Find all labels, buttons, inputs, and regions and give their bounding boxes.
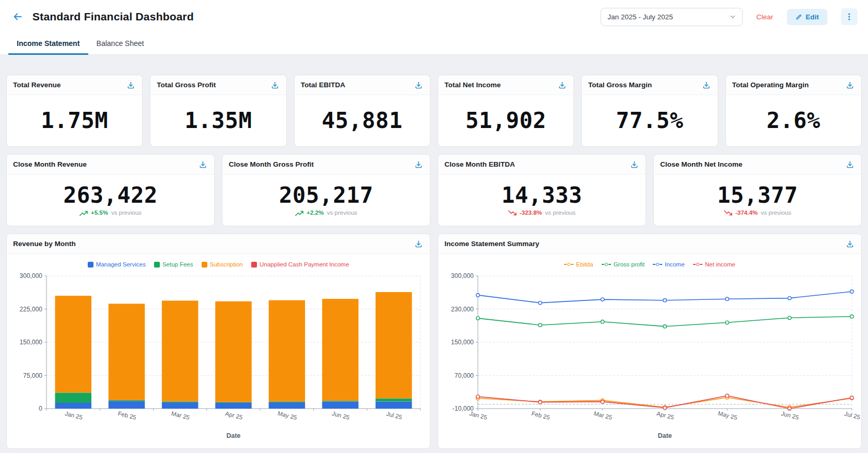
- kpi-title: Close Month Revenue: [13, 160, 87, 168]
- download-icon: [415, 240, 423, 248]
- kpi-title: Close Month Gross Profit: [229, 160, 314, 168]
- clear-button[interactable]: Clear: [756, 13, 773, 21]
- legend-item[interactable]: Gross profit: [602, 261, 644, 268]
- tab-income-statement[interactable]: Income Statement: [8, 33, 88, 54]
- kpi-delta-row: +5.5% vs previous: [79, 210, 142, 216]
- legend-item[interactable]: Ebitda: [564, 261, 593, 268]
- download-button[interactable]: [701, 80, 711, 90]
- dashboard-body: Total Revenue 1.75M Total Gross Profit 1…: [0, 55, 868, 453]
- download-button[interactable]: [557, 80, 567, 90]
- download-icon: [127, 81, 135, 89]
- date-range-select[interactable]: Jan 2025 - July 2025: [601, 8, 743, 26]
- edit-button-label: Edit: [806, 13, 819, 21]
- delta-note: vs previous: [327, 210, 357, 216]
- kpi-title: Total Revenue: [13, 81, 61, 89]
- back-button[interactable]: [10, 9, 25, 24]
- kpi-value: 2.6%: [767, 110, 820, 132]
- delta-value: +2.2%: [307, 210, 324, 216]
- kpi-card-total-net-income: Total Net Income 51,902: [438, 75, 574, 147]
- download-icon: [271, 81, 279, 89]
- page-title: Standard Financial Dashboard: [32, 10, 194, 23]
- legend-label: Income: [665, 261, 685, 268]
- kpi-card-total-operating-margin: Total Operating Margin 2.6%: [725, 75, 862, 147]
- svg-text:150,000: 150,000: [20, 339, 43, 346]
- chart-legend: EbitdaGross profitIncomeNet income: [440, 256, 859, 270]
- header: Standard Financial Dashboard Jan 2025 - …: [0, 0, 868, 33]
- kpi-value: 15,377: [717, 184, 798, 206]
- download-button[interactable]: [414, 80, 424, 90]
- download-button[interactable]: [845, 80, 855, 90]
- legend-label: Ebitda: [576, 261, 593, 268]
- download-icon: [630, 160, 638, 168]
- svg-text:Jan 25: Jan 25: [469, 410, 488, 421]
- tab-balance-sheet[interactable]: Balance Sheet: [88, 33, 153, 54]
- chart-plot: -10,00070,000150,000230,000300,000Jan 25…: [440, 270, 862, 442]
- download-icon: [558, 81, 566, 89]
- legend-label: Net income: [705, 261, 735, 268]
- download-button[interactable]: [126, 80, 136, 90]
- svg-text:Feb 25: Feb 25: [118, 410, 137, 421]
- download-button[interactable]: [845, 159, 855, 169]
- download-button[interactable]: [414, 239, 424, 249]
- edit-button[interactable]: Edit: [787, 9, 828, 25]
- more-menu-button[interactable]: [841, 8, 858, 25]
- svg-text:Jun 25: Jun 25: [331, 410, 350, 421]
- kpi-title: Close Month Net Income: [660, 160, 743, 168]
- legend-label: Managed Services: [96, 261, 146, 268]
- legend-swatch: [251, 262, 257, 268]
- legend-swatch: [154, 262, 160, 268]
- legend-item[interactable]: Unapplied Cash Payment Income: [251, 261, 349, 268]
- date-range-value: Jan 2025 - July 2025: [607, 13, 673, 21]
- download-button[interactable]: [845, 239, 855, 249]
- kpi-title: Total Gross Profit: [157, 81, 216, 89]
- delta-note: vs previous: [545, 210, 576, 216]
- legend-swatch: [693, 263, 702, 266]
- legend-item[interactable]: Subscription: [202, 261, 243, 268]
- kpi-card-total-revenue: Total Revenue 1.75M: [6, 75, 143, 147]
- trend-down-icon: [508, 210, 517, 216]
- delta-note: vs previous: [111, 210, 142, 216]
- kpi-value: 45,881: [322, 110, 403, 132]
- trend-down-icon: [724, 210, 732, 216]
- legend-item[interactable]: Net income: [693, 261, 735, 268]
- kpi-delta-row: -374.4% vs previous: [724, 210, 791, 216]
- legend-label: Setup Fees: [162, 261, 193, 268]
- download-icon: [846, 81, 854, 89]
- kpi-card-close-month-revenue: Close Month Revenue 263,422 +5.5% vs pre…: [6, 154, 215, 226]
- kpi-title: Close Month EBITDA: [444, 160, 515, 168]
- charts-row: Revenue by Month Managed ServicesSetup F…: [6, 234, 862, 449]
- legend-item[interactable]: Setup Fees: [154, 261, 193, 268]
- download-button[interactable]: [629, 159, 639, 169]
- download-button[interactable]: [270, 80, 280, 90]
- download-icon: [846, 160, 854, 168]
- chart-title: Revenue by Month: [13, 240, 76, 248]
- chart-title: Income Statement Summary: [444, 240, 539, 248]
- svg-text:230,000: 230,000: [451, 306, 474, 313]
- svg-text:225,000: 225,000: [20, 306, 43, 313]
- kpi-card-total-gross-profit: Total Gross Profit 1.35M: [150, 75, 286, 147]
- svg-text:Feb 25: Feb 25: [531, 410, 550, 421]
- legend-swatch: [88, 262, 93, 268]
- download-button[interactable]: [414, 159, 424, 169]
- svg-text:Jan 25: Jan 25: [64, 410, 83, 421]
- kpi-card-close-month-net-income: Close Month Net Income 15,377 -374.4% vs…: [653, 154, 862, 226]
- chart-legend: Managed ServicesSetup FeesSubscriptionUn…: [9, 256, 428, 270]
- chevron-down-icon: [730, 14, 736, 20]
- delta-note: vs previous: [761, 210, 791, 216]
- download-icon: [415, 160, 423, 168]
- chart-plot: 075,000150,000225,000300,000Jan 25Feb 25…: [9, 270, 430, 442]
- legend-item[interactable]: Managed Services: [88, 261, 146, 268]
- svg-text:70,000: 70,000: [454, 372, 474, 379]
- kpi-value: 1.75M: [41, 110, 108, 132]
- download-button[interactable]: [198, 159, 208, 169]
- revenue-by-month-card: Revenue by Month Managed ServicesSetup F…: [6, 234, 430, 449]
- legend-label: Gross profit: [614, 261, 644, 268]
- legend-item[interactable]: Income: [653, 261, 685, 268]
- kpi-value: 205,217: [279, 184, 373, 206]
- kpi-row-close-month: Close Month Revenue 263,422 +5.5% vs pre…: [6, 154, 862, 226]
- svg-text:150,000: 150,000: [451, 339, 474, 346]
- revenue-by-month-chart: Managed ServicesSetup FeesSubscriptionUn…: [7, 254, 430, 448]
- kpi-delta-row: +2.2% vs previous: [295, 210, 357, 216]
- svg-text:Jun 25: Jun 25: [780, 410, 799, 421]
- pencil-icon: [795, 14, 802, 20]
